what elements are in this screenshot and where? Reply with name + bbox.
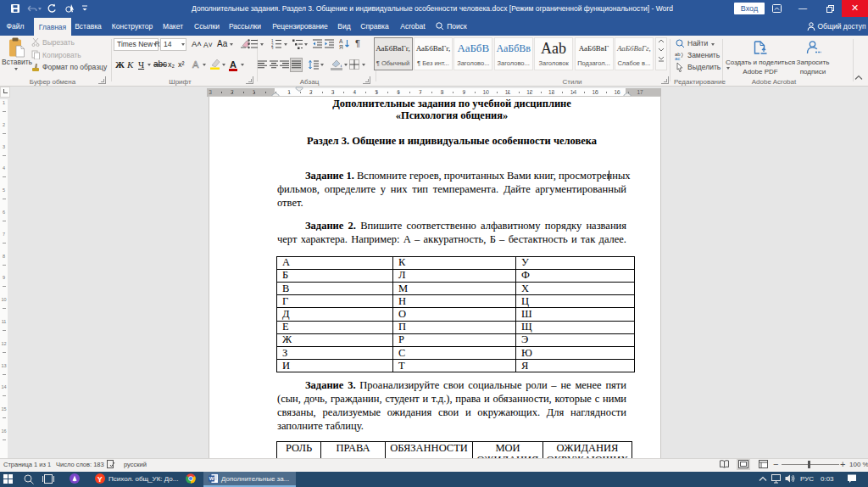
svg-text:3: 3 xyxy=(271,47,274,50)
svg-text:Y: Y xyxy=(97,475,103,484)
svg-text:ac: ac xyxy=(675,56,680,60)
svg-text:А: А xyxy=(339,38,343,44)
svg-text:Я: Я xyxy=(339,44,343,49)
svg-text:W: W xyxy=(209,476,214,481)
